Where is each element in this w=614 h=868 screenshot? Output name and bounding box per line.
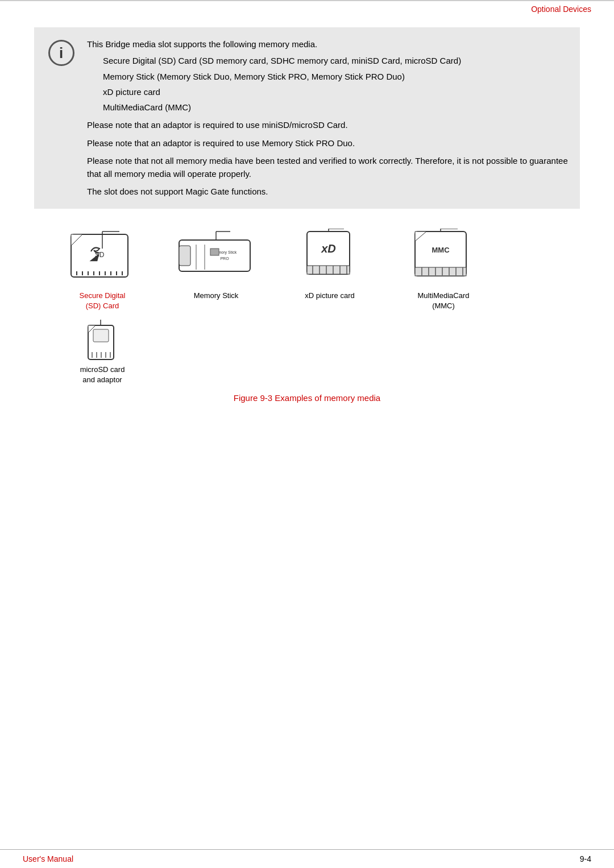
footer-right: 9-4 [580, 854, 591, 863]
microsd-item: microSD card and adaptor [45, 317, 159, 385]
info-icon-container: i [45, 38, 77, 199]
info-item-4: MultiMediaCard (MMC) [103, 101, 569, 114]
xd-card-image: xD [287, 226, 372, 288]
mmc-card-svg: MMC [404, 229, 483, 286]
footer: User's Manual 9-4 [0, 849, 614, 868]
microsd-svg [85, 317, 119, 362]
sd-card-image: SD ◢ [60, 226, 145, 288]
svg-rect-37 [415, 267, 466, 276]
info-item-3: xD picture card [103, 85, 569, 98]
svg-rect-21 [210, 249, 219, 255]
info-note-1: Please note that an adaptor is required … [87, 118, 569, 131]
info-item-1: Secure Digital (SD) Card (SD memory card… [103, 54, 569, 67]
mmc-card-label: MultiMediaCard (MMC) [417, 291, 469, 311]
figure-caption: Figure 9-3 Examples of memory media [34, 393, 580, 403]
memory-stick-label: Memory Stick [194, 291, 239, 301]
sd-card-svg: SD ◢ [63, 229, 142, 286]
microsd-row: microSD card and adaptor [34, 317, 580, 385]
svg-text:PRO: PRO [220, 257, 229, 261]
info-text: This Bridge media slot supports the foll… [87, 38, 569, 199]
microsd-image [85, 317, 119, 362]
svg-text:xD: xD [321, 242, 336, 255]
mmc-card-image: MMC [401, 226, 486, 288]
info-intro: This Bridge media slot supports the foll… [87, 38, 569, 51]
memory-stick-svg: Memory Stick PRO [176, 229, 256, 286]
memory-stick-item: Memory Stick PRO Memory Stick [159, 226, 273, 311]
xd-card-item: xD xD picture card [273, 226, 387, 311]
info-note-3: Please note that not all memory media ha… [87, 154, 569, 181]
footer-left: User's Manual [23, 854, 73, 863]
svg-rect-25 [307, 266, 350, 274]
sd-card-label: Secure Digital (SD) Card [80, 291, 126, 311]
svg-rect-16 [179, 246, 190, 266]
memory-stick-image: Memory Stick PRO [173, 226, 259, 288]
info-note-4: The slot does not support Magic Gate fun… [87, 185, 569, 198]
sd-card-item: SD ◢ Secure Digital (SD) Card [45, 226, 159, 311]
main-content: i This Bridge media slot supports the fo… [0, 16, 614, 431]
xd-card-svg: xD [290, 229, 370, 286]
mmc-card-item: MMC MultiMediaCard (MMC) [387, 226, 500, 311]
info-icon: i [48, 40, 74, 66]
svg-text:MMC: MMC [432, 246, 450, 254]
header-row: Optional Devices [0, 1, 614, 16]
info-box: i This Bridge media slot supports the fo… [34, 27, 580, 209]
header-title: Optional Devices [531, 5, 591, 14]
svg-rect-50 [93, 329, 109, 342]
xd-card-label: xD picture card [305, 291, 354, 301]
info-note-2: Please note that an adaptor is required … [87, 137, 569, 150]
info-item-2: Memory Stick (Memory Stick Duo, Memory S… [103, 70, 569, 83]
microsd-label: microSD card and adaptor [80, 365, 125, 385]
cards-row: SD ◢ Secure Digital (SD) Card [34, 226, 580, 311]
